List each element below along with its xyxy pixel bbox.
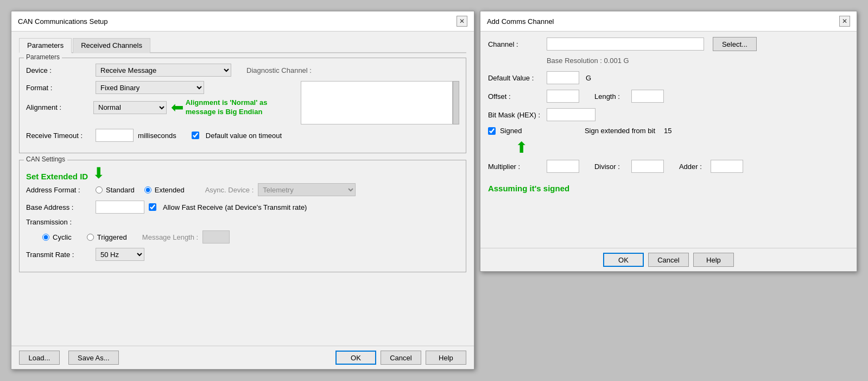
can-settings-group: CAN Settings Set Extended ID ⬇ Address F… (19, 160, 466, 272)
default-value-unit: G (586, 74, 591, 82)
signed-checkbox[interactable] (488, 127, 496, 135)
can-communications-setup-dialog: CAN Communications Setup ✕ Parameters Re… (11, 11, 474, 370)
bit-mask-label: Bit Mask (HEX) : (488, 111, 542, 119)
message-length-input[interactable]: 8 (202, 230, 230, 243)
left-dialog-close-button[interactable]: ✕ (457, 16, 467, 27)
length-label: Length : (594, 92, 627, 101)
right-dialog-close-button[interactable]: ✕ (839, 16, 850, 27)
async-device-select[interactable]: Telemetry (258, 183, 356, 196)
offset-label: Offset : (488, 92, 542, 101)
receive-timeout-label: Receive Timeout : (26, 132, 91, 140)
save-as-button[interactable]: Save As... (68, 351, 119, 365)
signed-annotation-area: ⬆ (515, 140, 849, 155)
tab-parameters[interactable]: Parameters (19, 38, 72, 53)
device-select[interactable]: Receive Message (96, 64, 231, 77)
bit-mask-row: Bit Mask (HEX) : FFFF (488, 108, 849, 121)
alignment-arrow-icon: ⬅ (171, 98, 183, 116)
set-extended-id-annotation: Set Extended ID ⬇ (26, 166, 459, 181)
tab-bar: Parameters Received Channels (19, 37, 466, 53)
address-format-row: Address Format : Standard Extended Async… (26, 183, 459, 196)
standard-radio-text: Standard (106, 186, 135, 194)
left-help-button[interactable]: Help (426, 351, 466, 365)
alignment-row: Alignment : Normal ⬅ Alignment is 'Norma… (26, 98, 291, 117)
right-help-button[interactable]: Help (693, 253, 734, 267)
format-label: Format : (26, 84, 91, 92)
offset-length-row: Offset : 3 Length : 2 (488, 90, 849, 103)
alignment-select[interactable]: Normal (93, 101, 167, 114)
tab-received-channels[interactable]: Received Channels (73, 38, 150, 53)
multiplier-input[interactable]: 1 (547, 160, 579, 173)
add-comms-channel-dialog: Add Comms Channel ✕ Channel : Forward Ac… (480, 11, 857, 272)
cyclic-radio-text: Cyclic (53, 233, 72, 241)
transmission-row: Transmission : (26, 218, 459, 226)
parameters-group: Parameters Device : Receive Message Diag… (19, 58, 466, 153)
cyclic-radio[interactable] (42, 234, 49, 241)
offset-input[interactable]: 3 (547, 90, 579, 103)
right-dialog-footer: OK Cancel Help (480, 248, 857, 271)
receive-timeout-row: Receive Timeout : 2200 milliseconds Defa… (26, 129, 459, 142)
format-select[interactable]: Fixed Binary (96, 81, 204, 94)
base-address-label: Base Address : (26, 203, 91, 211)
right-cancel-button[interactable]: Cancel (648, 253, 689, 267)
right-dialog-title-bar: Add Comms Channel ✕ (480, 11, 857, 32)
base-address-input[interactable]: 40003 (96, 201, 144, 214)
left-dialog-title: CAN Communications Setup (18, 17, 107, 26)
extended-radio[interactable] (144, 186, 151, 193)
parameters-group-title: Parameters (24, 53, 62, 61)
multiplier-label: Multiplier : (488, 163, 542, 171)
async-device-label: Async. Device : (205, 186, 254, 194)
base-resolution-value: 0.001 G (604, 57, 629, 65)
divisor-input[interactable]: 1 (631, 160, 664, 173)
transmit-rate-label: Transmit Rate : (26, 251, 91, 259)
left-ok-button[interactable]: OK (335, 351, 376, 365)
right-ok-button[interactable]: OK (603, 253, 644, 267)
standard-radio[interactable] (96, 186, 103, 193)
multiplier-row: Multiplier : 1 Divisor : 1 Adder : 0 (488, 160, 849, 173)
default-value-on-timeout-checkbox[interactable] (192, 132, 199, 139)
default-value-on-timeout-label: Default value on timeout (206, 132, 282, 140)
address-format-label: Address Format : (26, 186, 91, 194)
sign-extended-label: Sign extended from bit (585, 127, 655, 135)
left-cancel-button[interactable]: Cancel (381, 351, 421, 365)
base-resolution-label: Base Resolution : (547, 57, 602, 65)
channel-input[interactable]: Forward Acceleration (547, 38, 704, 51)
transmission-label: Transmission : (26, 218, 91, 226)
sign-extended-value: 15 (664, 127, 671, 135)
extended-radio-text: Extended (155, 186, 185, 194)
length-input[interactable]: 2 (631, 90, 664, 103)
default-value-input[interactable]: 0 (547, 71, 579, 84)
triggered-radio-text: Triggered (97, 233, 127, 241)
diagnostic-channel-area (301, 81, 459, 124)
left-dialog-footer: Load... Save As... OK Cancel Help (11, 346, 474, 369)
assuming-signed-text: Assuming it's signed (488, 184, 569, 193)
default-value-label: Default Value : (488, 74, 542, 82)
signed-label: Signed (500, 127, 522, 135)
standard-radio-label[interactable]: Standard (96, 186, 135, 194)
device-label: Device : (26, 66, 91, 74)
default-value-row: Default Value : 0 G (488, 71, 849, 84)
message-length-label: Message Length : (142, 233, 198, 241)
diagnostic-channel-scrollbar[interactable] (453, 81, 459, 124)
load-button[interactable]: Load... (19, 351, 60, 365)
triggered-radio-label[interactable]: Triggered (87, 233, 127, 241)
select-button[interactable]: Select... (713, 37, 757, 51)
triggered-radio[interactable] (87, 234, 94, 241)
adder-input[interactable]: 0 (711, 160, 743, 173)
can-settings-title: CAN Settings (24, 155, 67, 163)
diagnostic-channel-input[interactable] (301, 81, 453, 124)
format-row: Format : Fixed Binary (26, 81, 291, 94)
adder-label: Adder : (679, 163, 706, 171)
extended-radio-label[interactable]: Extended (144, 186, 185, 194)
allow-fast-receive-label: Allow Fast Receive (at Device's Transmit… (163, 203, 307, 211)
assuming-signed-annotation: Assuming it's signed (488, 184, 849, 193)
bit-mask-input[interactable]: FFFF (547, 108, 595, 121)
set-extended-id-text: Set Extended ID (26, 172, 88, 181)
left-dialog-content: Parameters Received Channels Parameters … (11, 32, 474, 346)
transmit-rate-select[interactable]: 50 Hz (96, 248, 144, 261)
receive-timeout-input[interactable]: 2200 (96, 129, 134, 142)
left-dialog-title-bar: CAN Communications Setup ✕ (11, 11, 474, 32)
right-dialog-title: Add Comms Channel (487, 17, 554, 26)
allow-fast-receive-checkbox[interactable] (149, 203, 156, 211)
cyclic-radio-label[interactable]: Cyclic (42, 233, 72, 241)
signed-checkbox-area: Signed (488, 127, 580, 135)
